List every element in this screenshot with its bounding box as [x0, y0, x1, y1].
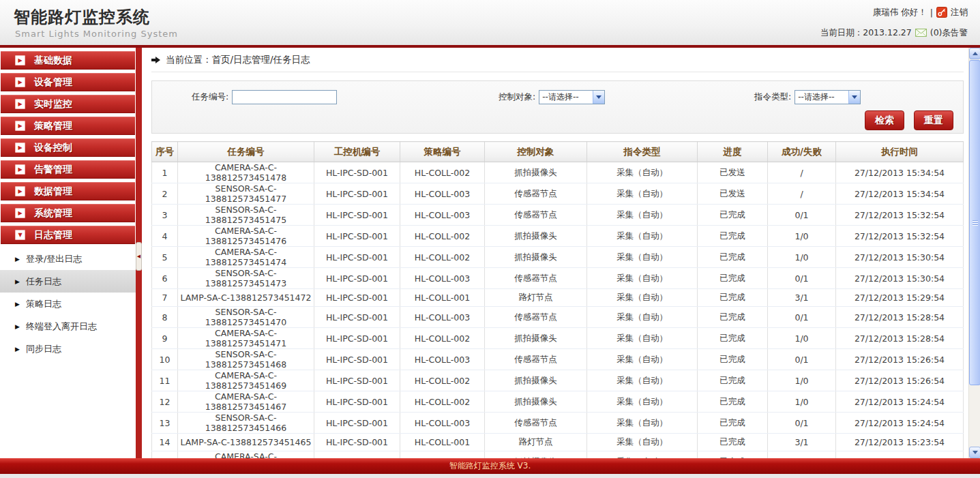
app-title: 智能路灯监控系统 [14, 6, 150, 28]
cell-progress: 已完成 [698, 370, 768, 391]
cell-success-fail: 0/1 [768, 205, 836, 226]
vertical-scrollbar[interactable] [968, 48, 980, 458]
menu-arrow-right-icon: ▶ [15, 99, 25, 109]
scrollbar-thumb[interactable] [969, 60, 980, 385]
table-row: 2SENSOR-SA-C-138812573451477HL-IPC-SD-00… [152, 183, 964, 205]
control-target-selected-value: --请选择-- [539, 91, 578, 103]
task-number-input[interactable] [232, 90, 337, 104]
table-row: 1CAMERA-SA-C-138812573451478HL-IPC-SD-00… [152, 162, 964, 183]
cell-exec-time: 27/12/2013 15:28:54 [836, 328, 964, 349]
sidebar-submenu-item[interactable]: ▶终端登入离开日志 [0, 315, 136, 338]
filter-panel: 任务编号: 控制对象: --请选择-- 指令类型: --请选择-- 检索 重置 [151, 80, 964, 134]
cell-ipc-no: HL-IPC-SD-001 [314, 391, 400, 413]
column-header-index: 序号 [152, 142, 178, 162]
table-row: 13SENSOR-SA-C-138812573451466HL-IPC-SD-0… [152, 413, 964, 434]
sidebar-submenu-label: 同步日志 [26, 343, 61, 355]
sidebar-menu-item[interactable]: ▶策略管理 [1, 117, 135, 135]
cell-exec-time: 27/12/2013 15:26:54 [836, 349, 964, 370]
sidebar-submenu-item[interactable]: ▶登录/登出日志 [0, 248, 136, 270]
sidebar-menu-item[interactable]: ▶系统管理 [1, 204, 135, 222]
table-row: 5CAMERA-SA-C-138812573451474HL-IPC-SD-00… [152, 247, 964, 268]
cell-success-fail: 0/1 [768, 349, 836, 370]
chevron-down-icon [848, 91, 860, 104]
app-footer: 智能路灯监控系统 V3. [0, 458, 980, 478]
cell-task-no: CAMERA-SA-C-138812573451467 [178, 391, 314, 413]
submenu-bullet-icon: ▶ [15, 278, 20, 285]
search-button[interactable]: 检索 [865, 110, 904, 130]
sidebar-menu-label: 日志管理 [34, 229, 72, 241]
submenu-bullet-icon: ▶ [15, 323, 20, 330]
cell-policy-no: HL-COLL-002 [400, 328, 485, 349]
sidebar-menu-item[interactable]: ▼日志管理 [1, 226, 135, 244]
cell-control-target: 抓拍摄像头 [485, 162, 587, 183]
breadcrumb: 当前位置：首页/日志管理/任务日志 [151, 48, 964, 72]
cell-policy-no: HL-COLL-002 [400, 370, 485, 391]
cell-command-type: 采集（自动） [587, 451, 698, 459]
sidebar-menu-item[interactable]: ▶数据管理 [1, 182, 135, 200]
sidebar-menu-label: 设备控制 [34, 142, 72, 154]
cell-command-type: 采集（自动） [587, 328, 698, 349]
cell-task-no: SENSOR-SA-C-138812573451470 [178, 307, 314, 328]
sidebar-menu-label: 数据管理 [34, 185, 72, 198]
command-type-select[interactable]: --请选择-- [795, 90, 861, 104]
cell-progress: 已完成 [698, 289, 768, 307]
control-target-label: 控制对象: [499, 91, 535, 103]
breadcrumb-arrow-icon [151, 57, 160, 63]
cell-success-fail: 1/0 [768, 247, 836, 268]
cell-policy-no: HL-COLL-001 [400, 434, 485, 451]
submenu-bullet-icon: ▶ [15, 301, 20, 308]
sidebar-menu-item[interactable]: ▶基础数据 [1, 51, 135, 70]
sidebar-collapse-handle-icon[interactable]: ◀ [136, 242, 142, 271]
scrollbar-up-arrow-icon[interactable] [969, 48, 980, 59]
cell-index: 6 [152, 268, 178, 289]
cell-task-no: LAMP-SA-C-138812573451472 [178, 289, 314, 307]
sidebar-menu-item[interactable]: ▶告警管理 [1, 160, 135, 179]
logout-link[interactable]: 注销 [951, 7, 968, 18]
cell-control-target: 抓拍摄像头 [485, 451, 587, 459]
sidebar-menu-item[interactable]: ▶设备控制 [1, 138, 135, 157]
sidebar-submenu-label: 登录/登出日志 [26, 253, 82, 265]
cell-ipc-no: HL-IPC-SD-001 [314, 247, 400, 268]
cell-control-target: 传感器节点 [485, 349, 587, 370]
cell-progress: 已完成 [698, 349, 768, 370]
sidebar-menu-item[interactable]: ▶实时监控 [1, 95, 135, 113]
alarm-envelope-icon [915, 29, 927, 37]
cell-command-type: 采集（自动） [587, 434, 698, 451]
sidebar-submenu-item[interactable]: ▶任务日志 [0, 270, 136, 293]
cell-progress: 已完成 [698, 413, 768, 434]
cell-policy-no: HL-COLL-003 [400, 205, 485, 226]
cell-control-target: 抓拍摄像头 [485, 370, 587, 391]
menu-arrow-right-icon: ▶ [15, 164, 25, 175]
table-row: 10SENSOR-SA-C-138812573451468HL-IPC-SD-0… [152, 349, 964, 370]
cell-index: 4 [152, 226, 178, 247]
cell-control-target: 传感器节点 [485, 205, 587, 226]
cell-ipc-no: HL-IPC-SD-001 [314, 328, 400, 349]
user-bar-divider: | [930, 8, 933, 18]
sidebar-submenu-label: 终端登入离开日志 [26, 320, 97, 333]
cell-index: 3 [152, 205, 178, 226]
alarm-count-link[interactable]: (0)条告警 [930, 27, 968, 39]
sidebar-submenu-item[interactable]: ▶同步日志 [0, 338, 136, 360]
cell-progress: 已完成 [698, 328, 768, 349]
control-target-select[interactable]: --请选择-- [539, 90, 605, 104]
cell-index: 14 [152, 434, 178, 451]
cell-exec-time: 27/12/2013 15:34:54 [836, 162, 964, 183]
task-number-label: 任务编号: [192, 91, 228, 103]
cell-control-target: 抓拍摄像头 [485, 328, 587, 349]
cell-ipc-no: HL-IPC-SD-001 [314, 434, 400, 451]
menu-arrow-down-icon: ▼ [15, 230, 25, 240]
task-log-table: 序号任务编号工控机编号策略编号控制对象指令类型进度成功/失败执行时间 1CAME… [151, 141, 964, 458]
cell-exec-time: 27/12/2013 15:22:54 [836, 451, 964, 459]
cell-success-fail: 0/1 [768, 413, 836, 434]
cell-task-no: SENSOR-SA-C-138812573451477 [178, 183, 314, 205]
cell-index: 12 [152, 391, 178, 413]
cell-progress: 已完成 [698, 451, 768, 459]
sidebar-menu-item[interactable]: ▶设备管理 [1, 73, 135, 91]
scrollbar-down-arrow-icon[interactable] [969, 447, 980, 458]
reset-button[interactable]: 重置 [914, 110, 953, 130]
sidebar-submenu-item[interactable]: ▶策略日志 [0, 293, 136, 315]
cell-task-no: CAMERA-SA-C-138812573451471 [178, 328, 314, 349]
sidebar-collapse-bar[interactable]: ◀ [136, 48, 142, 458]
menu-arrow-right-icon: ▶ [15, 186, 25, 196]
cell-success-fail: 0/1 [768, 307, 836, 328]
